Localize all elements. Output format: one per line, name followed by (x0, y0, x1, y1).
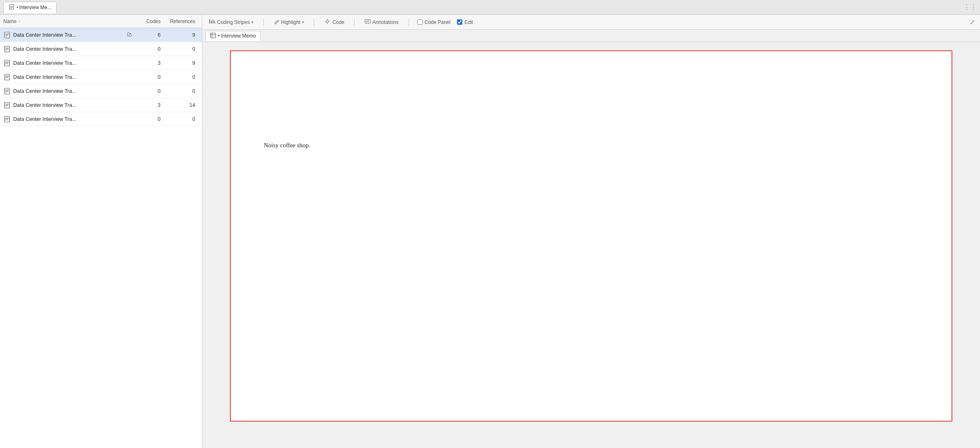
file-refs: 0 (166, 74, 199, 80)
file-name: Data Center Interview Tra... (13, 74, 133, 80)
expand-icon-right[interactable]: ⤢ (970, 18, 975, 26)
right-panel: Coding Stripes ▾ Highlight ▾ (202, 15, 980, 448)
file-codes: 0 (133, 46, 166, 52)
file-codes: 0 (133, 116, 166, 122)
file-icon (3, 116, 11, 123)
file-refs: 14 (166, 102, 199, 108)
table-row[interactable]: Data Center Interview Tra... 0 0 (0, 42, 202, 56)
file-codes: 3 (133, 60, 166, 66)
table-row[interactable]: Data Center Interview Tra... 0 0 (0, 84, 202, 98)
annotations-icon (365, 19, 371, 26)
file-name: Data Center Interview Tra... (13, 60, 133, 66)
highlight-label: Highlight (281, 19, 301, 25)
highlight-dropdown-icon: ▾ (302, 20, 304, 24)
code-panel-checkbox[interactable] (417, 19, 423, 25)
file-refs: 0 (166, 46, 199, 52)
file-icon (3, 59, 11, 67)
coding-stripes-dropdown-icon: ▾ (251, 20, 253, 24)
file-name: Data Center Interview Tra... (13, 88, 133, 94)
file-icon (3, 31, 11, 39)
file-name: Data Center Interview Tra... (13, 46, 133, 52)
window-controls: ⋮⋮ (963, 3, 977, 11)
file-icon (3, 101, 11, 109)
file-codes: 3 (133, 102, 166, 108)
table-row[interactable]: Data Center Interview Tra... 6 9 (0, 28, 202, 42)
coding-stripes-icon (209, 19, 215, 26)
doc-content-wrapper: Noisy coffee shop. (202, 42, 980, 448)
sort-arrow-icon: ↑ (18, 19, 20, 24)
table-row[interactable]: Data Center Interview Tra... 0 0 (0, 70, 202, 84)
file-codes: 0 (133, 74, 166, 80)
tab-bullet: • (17, 5, 18, 10)
svg-rect-32 (209, 19, 210, 24)
left-panel: Name ↑ Codes References (0, 15, 202, 448)
toolbar-separator-4 (409, 19, 409, 26)
table-row[interactable]: Data Center Interview Tra... 3 14 (0, 98, 202, 112)
file-icon (3, 73, 11, 81)
coding-stripes-button[interactable]: Coding Stripes ▾ (207, 18, 255, 26)
file-codes: 0 (133, 88, 166, 94)
doc-toolbar: Coding Stripes ▾ Highlight ▾ (202, 15, 980, 30)
file-name: Data Center Interview Tra... (13, 116, 133, 122)
refs-col-label: References (170, 19, 195, 24)
active-tab[interactable]: • Interview Me... (3, 2, 57, 13)
column-name-header[interactable]: Name ↑ (3, 19, 133, 24)
tab-document-icon (9, 4, 14, 11)
toolbar-separator (263, 19, 264, 26)
toolbar-separator-3 (354, 19, 355, 26)
main-content: Name ↑ Codes References (0, 15, 980, 448)
active-tab-label: Interview Me... (19, 5, 51, 10)
file-refs: 0 (166, 88, 199, 94)
file-refs: 0 (166, 116, 199, 122)
svg-point-37 (326, 20, 329, 23)
doc-page: Noisy coffee shop. (230, 50, 952, 422)
doc-tab-bullet: • (218, 33, 220, 39)
svg-rect-45 (211, 33, 215, 38)
tab-bar: • Interview Me... ⋮⋮ (0, 0, 980, 15)
svg-rect-34 (213, 20, 213, 24)
edit-checkbox[interactable] (457, 19, 462, 25)
app-container: • Interview Me... ⋮⋮ Name ↑ Codes Refere… (0, 0, 980, 448)
code-settings-icon (324, 19, 331, 26)
file-icon (3, 45, 11, 53)
column-codes-header[interactable]: Codes (133, 19, 166, 24)
file-name: Data Center Interview Tra... (13, 32, 124, 38)
code-panel-checkbox-label[interactable]: Code Panel (417, 19, 451, 25)
coding-stripes-label: Coding Stripes (217, 19, 250, 25)
code-label: Code (332, 19, 344, 25)
codes-col-label: Codes (146, 19, 161, 24)
edit-checkbox-label[interactable]: Edit (457, 19, 473, 25)
doc-tab-label: Interview Memo (221, 33, 256, 39)
file-refs: 9 (166, 60, 199, 66)
edit-label: Edit (464, 19, 473, 25)
svg-rect-42 (365, 19, 370, 23)
doc-tab-table-icon (210, 33, 216, 40)
code-panel-label: Code Panel (425, 19, 451, 25)
table-row[interactable]: Data Center Interview Tra... 3 9 (0, 56, 202, 70)
code-button[interactable]: Code (322, 18, 346, 26)
table-row[interactable]: Data Center Interview Tra... 0 0 (0, 112, 202, 126)
file-codes: 6 (133, 32, 166, 38)
highlight-icon (274, 19, 279, 26)
doc-tab-interview-memo[interactable]: • Interview Memo (206, 31, 260, 41)
highlight-button[interactable]: Highlight ▾ (272, 18, 306, 26)
doc-text-content: Noisy coffee shop. (264, 142, 918, 149)
name-col-label: Name (3, 19, 17, 24)
annotations-label: Annotations (372, 19, 398, 25)
svg-line-36 (278, 20, 279, 21)
file-refs: 9 (166, 32, 199, 38)
link-icon (127, 31, 133, 38)
list-header: Name ↑ Codes References (0, 15, 202, 28)
file-list: Data Center Interview Tra... 6 9 (0, 28, 202, 448)
file-name: Data Center Interview Tra... (13, 102, 133, 108)
svg-rect-33 (211, 21, 212, 24)
toolbar-separator-2 (314, 19, 314, 26)
window-expand-icon[interactable]: ⋮⋮ (963, 3, 977, 11)
doc-tab-bar: • Interview Memo (202, 30, 980, 42)
annotations-button[interactable]: Annotations (363, 18, 400, 26)
svg-rect-35 (214, 21, 215, 24)
file-icon (3, 87, 11, 95)
column-refs-header[interactable]: References (166, 19, 199, 24)
expand-arrows-icon: ⤢ (970, 19, 975, 26)
